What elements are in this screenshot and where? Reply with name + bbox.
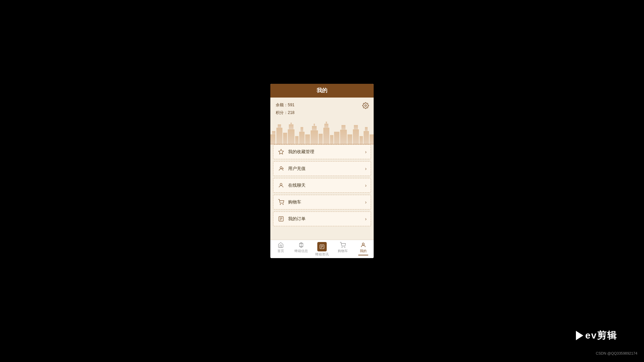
nav-cart-icon: [340, 242, 346, 248]
svg-point-37: [280, 204, 281, 205]
cart-icon: [277, 198, 285, 206]
orders-arrow: ›: [365, 216, 367, 222]
nav-item-beehive-news[interactable]: 蜂箱资讯: [312, 242, 332, 257]
menu-item-cart[interactable]: 购物车 ›: [273, 195, 371, 209]
cart-label: 购物车: [288, 199, 365, 205]
menu-item-recharge[interactable]: 用户充值 ›: [273, 161, 371, 176]
svg-point-38: [283, 204, 283, 205]
settings-button[interactable]: [362, 102, 369, 111]
svg-rect-19: [326, 122, 327, 124]
svg-point-52: [344, 247, 345, 248]
svg-rect-3: [276, 128, 282, 144]
svg-rect-1: [270, 134, 275, 144]
nav-home-label: 首页: [277, 249, 284, 253]
ev-text: ev剪辑: [585, 329, 617, 342]
svg-rect-21: [334, 132, 339, 144]
chat-icon: [277, 182, 285, 189]
user-info-area: 余额：591 积分：218: [270, 98, 374, 144]
beehive-news-icon: [317, 242, 327, 251]
nav-item-home[interactable]: 首页: [270, 242, 291, 257]
orders-icon: [277, 215, 285, 223]
svg-rect-9: [295, 136, 299, 144]
points-row: 积分：218: [276, 110, 368, 116]
nav-item-mine[interactable]: 我的: [353, 242, 374, 257]
beehive-info-icon: [298, 242, 304, 248]
ev-play-icon: [576, 331, 583, 340]
city-skyline: [270, 118, 374, 144]
svg-rect-22: [340, 130, 347, 144]
svg-point-0: [365, 105, 367, 107]
bottom-nav: 首页 蜂箱信息: [270, 240, 374, 258]
page-header: 我的: [270, 84, 374, 98]
page-title: 我的: [317, 87, 327, 93]
cart-arrow: ›: [365, 199, 367, 205]
menu-item-chat[interactable]: 在线聊天 ›: [273, 178, 371, 193]
chat-label: 在线聊天: [288, 182, 365, 188]
nav-item-beehive-info[interactable]: 蜂箱信息: [291, 242, 312, 257]
nav-mine-label: 我的: [360, 249, 367, 253]
svg-point-36: [280, 183, 282, 185]
balance-row: 余额：591: [276, 102, 368, 108]
svg-point-33: [280, 167, 282, 169]
favorites-label: 我的收藏管理: [288, 149, 365, 155]
svg-rect-11: [301, 127, 303, 132]
svg-rect-24: [347, 134, 352, 144]
favorites-arrow: ›: [365, 149, 367, 155]
svg-rect-29: [365, 127, 368, 131]
svg-rect-10: [299, 132, 305, 144]
svg-rect-20: [330, 135, 333, 144]
nav-beehive-news-label: 蜂箱资讯: [315, 252, 329, 257]
phone-screen: 我的 余额：591 积分：218: [270, 84, 374, 258]
svg-rect-27: [360, 136, 363, 144]
svg-rect-25: [353, 129, 359, 144]
nav-active-indicator: [358, 255, 368, 255]
nav-item-shop-cart[interactable]: 购物车: [332, 242, 353, 257]
svg-rect-2: [272, 131, 275, 134]
svg-rect-28: [364, 131, 369, 144]
svg-rect-4: [278, 124, 281, 128]
csdn-watermark: CSDN @QQ3359892174: [596, 351, 637, 355]
orders-label: 我的订单: [288, 216, 365, 222]
nav-beehive-info-label: 蜂箱信息: [294, 249, 308, 253]
svg-rect-26: [354, 125, 358, 129]
recharge-label: 用户充值: [288, 166, 365, 172]
user-stats: 余额：591 积分：218: [270, 98, 374, 120]
recharge-arrow: ›: [365, 166, 367, 171]
recharge-icon: [277, 165, 285, 172]
home-icon: [278, 242, 284, 248]
svg-marker-32: [279, 149, 284, 154]
svg-rect-15: [314, 124, 315, 126]
svg-rect-17: [323, 128, 329, 144]
ev-logo: ev剪辑: [576, 329, 617, 342]
svg-rect-5: [283, 133, 287, 144]
svg-rect-23: [341, 125, 345, 130]
svg-rect-30: [370, 134, 374, 144]
svg-rect-16: [319, 134, 323, 144]
chat-arrow: ›: [365, 183, 367, 188]
svg-point-51: [342, 247, 342, 248]
svg-rect-14: [312, 126, 317, 130]
svg-rect-13: [311, 130, 318, 144]
mine-icon: [360, 242, 366, 248]
menu-item-favorites[interactable]: 我的收藏管理 ›: [273, 144, 371, 159]
star-icon: [277, 148, 285, 156]
nav-shop-cart-label: 购物车: [338, 249, 348, 253]
svg-point-53: [362, 243, 364, 245]
svg-rect-7: [289, 124, 293, 129]
menu-list: 我的收藏管理 › 用户充值 ›: [270, 144, 374, 240]
svg-rect-8: [290, 123, 292, 124]
menu-item-orders[interactable]: 我的订单 ›: [273, 212, 371, 226]
svg-rect-12: [305, 134, 310, 144]
svg-rect-18: [324, 124, 328, 128]
svg-rect-6: [288, 129, 294, 144]
